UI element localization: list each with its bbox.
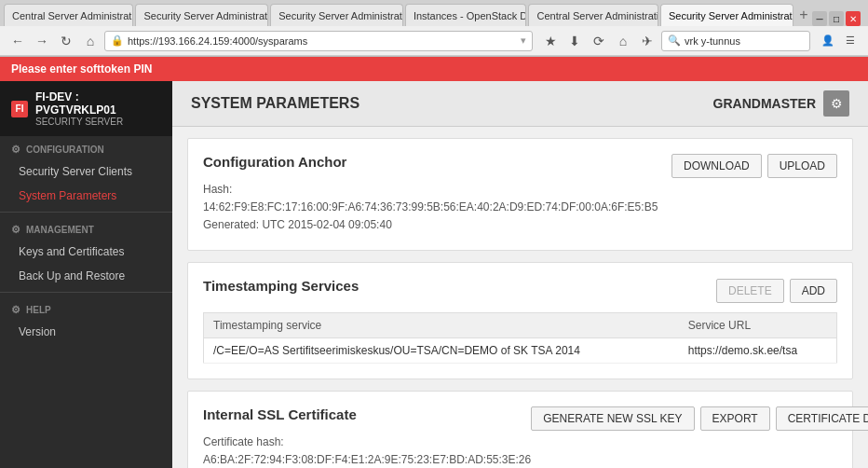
bookmark-button[interactable]: ★ [540, 31, 561, 51]
ssl-cert-section: Internal SSL Certificate Certificate has… [187, 391, 853, 468]
address-bar[interactable]: 🔒 https://193.166.24.159:4000/sysparams … [104, 31, 533, 51]
sidebar-section-configuration: CONFIGURATION [0, 136, 172, 159]
tab-2[interactable]: Security Server Administration ✕ [135, 4, 268, 26]
download-button[interactable]: ⬇ [564, 31, 585, 51]
sidebar-section-help: HELP [0, 296, 172, 320]
refresh-button[interactable]: ↻ [56, 31, 76, 51]
maximize-button[interactable]: □ [829, 11, 844, 26]
timestamping-table: Timestamping service Service URL /C=EE/O… [203, 312, 837, 364]
gear-button[interactable]: ⚙ [823, 90, 849, 117]
tab-5-label: Central Server Administration [536, 10, 658, 21]
tab-3-label: Security Server Administration [278, 10, 403, 21]
timestamping-title: Timestamping Services [203, 278, 359, 294]
search-text: vrk y-tunnus [685, 35, 740, 47]
export-ssl-button[interactable]: EXPORT [700, 406, 770, 431]
tab-6[interactable]: Security Server Administration ✕ [660, 4, 793, 26]
sidebar-section-management: MANAGEMENT [0, 216, 172, 240]
back-button[interactable]: ← [7, 31, 28, 51]
tab-6-label: Security Server Administration [669, 10, 793, 21]
ts-col-service: Timestamping service [204, 312, 679, 337]
config-anchor-generated: Generated: UTC 2015-02-04 09:05:40 [203, 216, 671, 234]
ssl-cert-hash: Certificate hash: A6:BA:2F:72:94:F3:08:D… [203, 434, 531, 468]
config-anchor-section: Configuration Anchor Hash: 14:62:F9:E8:F… [187, 138, 853, 251]
close-button[interactable]: ✕ [846, 11, 861, 26]
content-header: SYSTEM PARAMETERS GRANDMASTER ⚙ [172, 81, 868, 127]
timestamping-section: Timestamping Services DELETE ADD Timesta… [187, 262, 853, 379]
tab-5[interactable]: Central Server Administration ✕ [528, 4, 658, 26]
sidebar-item-security-server-clients[interactable]: Security Server Clients [0, 159, 172, 184]
server-sub: SECURITY SERVER [35, 117, 161, 127]
download-button[interactable]: DOWNLOAD [671, 154, 762, 178]
sidebar-item-system-parameters[interactable]: System Parameters [0, 184, 172, 208]
home2-button[interactable]: ⌂ [613, 31, 633, 51]
ts-service-name: /C=EE/O=AS Sertifitseerimiskeskus/OU=TSA… [204, 337, 679, 363]
tab-1[interactable]: Central Server Administration ✕ [4, 4, 133, 26]
ts-service-url: https://demo.sk.ee/tsa [679, 337, 837, 363]
search-bar[interactable]: 🔍 vrk y-tunnus [661, 31, 810, 51]
forward-button[interactable]: → [32, 31, 52, 51]
config-anchor-hash: Hash: 14:62:F9:E8:FC:17:16:00:9F:A6:74:3… [203, 181, 671, 216]
add-ts-button[interactable]: ADD [790, 279, 837, 303]
tab-2-label: Security Server Administration [143, 10, 268, 21]
softtoken-bar: Please enter softtoken PIN [0, 57, 868, 81]
ssl-cert-title: Internal SSL Certificate [203, 406, 531, 422]
sidebar-item-keys-and-certs[interactable]: Keys and Certificates [0, 240, 172, 264]
menu-button[interactable]: ☰ [840, 31, 861, 51]
new-tab-button[interactable]: + [795, 4, 812, 26]
tab-4-label: Instances - OpenStack D... [414, 10, 527, 21]
sidebar-header: FI FI-DEV : PVGTVRKLP01 SECURITY SERVER [0, 81, 172, 136]
config-anchor-title: Configuration Anchor [203, 154, 671, 170]
upload-button[interactable]: UPLOAD [767, 154, 837, 178]
profile-button[interactable]: 👤 [818, 31, 838, 51]
send-button[interactable]: ✈ [637, 31, 658, 51]
generate-ssl-button[interactable]: GENERATE NEW SSL KEY [531, 406, 694, 431]
server-icon: FI [11, 101, 28, 117]
home-button[interactable]: ⌂ [80, 31, 101, 51]
syncing-button[interactable]: ⟳ [589, 31, 609, 51]
ts-col-url: Service URL [679, 312, 837, 337]
address-text: https://193.166.24.159:4000/sysparams [128, 35, 521, 47]
main-content: SYSTEM PARAMETERS GRANDMASTER ⚙ Configur… [172, 81, 868, 468]
tab-1-label: Central Server Administration [12, 10, 133, 21]
grandmaster-label: GRANDMASTER [713, 96, 816, 111]
table-row[interactable]: /C=EE/O=AS Sertifitseerimiskeskus/OU=TSA… [204, 337, 837, 363]
sidebar-item-version[interactable]: Version [0, 320, 172, 344]
delete-ts-button[interactable]: DELETE [716, 279, 784, 303]
page-title: SYSTEM PARAMETERS [191, 95, 359, 112]
sidebar: FI FI-DEV : PVGTVRKLP01 SECURITY SERVER … [0, 81, 172, 468]
tab-3[interactable]: Security Server Administration ✕ [270, 4, 403, 26]
softtoken-message: Please enter softtoken PIN [11, 62, 152, 76]
sidebar-item-backup-restore[interactable]: Back Up and Restore [0, 264, 172, 288]
minimize-button[interactable]: ─ [812, 11, 827, 26]
cert-details-button[interactable]: CERTIFICATE DETAILS [776, 406, 868, 431]
tab-4[interactable]: Instances - OpenStack D... ✕ [405, 4, 527, 26]
server-name: FI-DEV : PVGTVRKLP01 [35, 90, 161, 117]
